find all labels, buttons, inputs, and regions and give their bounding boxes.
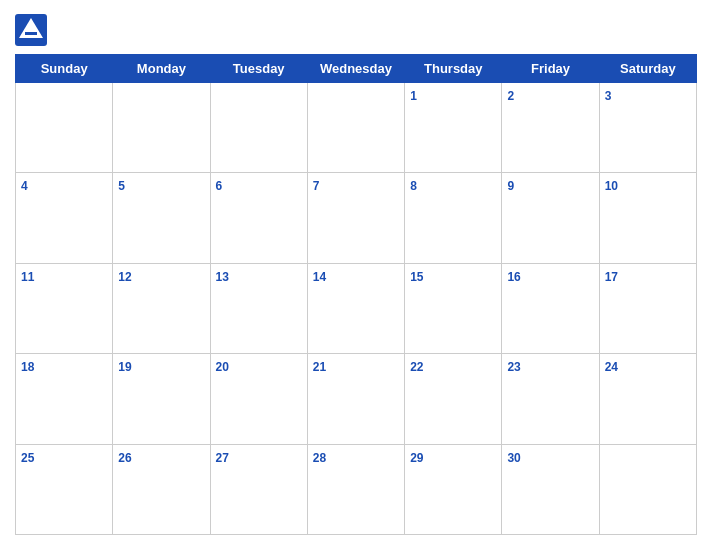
calendar-cell bbox=[16, 83, 113, 173]
calendar-cell: 24 bbox=[599, 354, 696, 444]
day-number: 24 bbox=[605, 360, 618, 374]
calendar-cell: 3 bbox=[599, 83, 696, 173]
day-number: 20 bbox=[216, 360, 229, 374]
day-number: 1 bbox=[410, 89, 417, 103]
day-number: 2 bbox=[507, 89, 514, 103]
day-number: 29 bbox=[410, 451, 423, 465]
day-number: 21 bbox=[313, 360, 326, 374]
day-header-thursday: Thursday bbox=[405, 55, 502, 83]
day-number: 22 bbox=[410, 360, 423, 374]
day-number: 4 bbox=[21, 179, 28, 193]
day-number: 12 bbox=[118, 270, 131, 284]
week-row-2: 45678910 bbox=[16, 173, 697, 263]
day-header-wednesday: Wednesday bbox=[307, 55, 404, 83]
calendar-cell: 4 bbox=[16, 173, 113, 263]
day-number: 15 bbox=[410, 270, 423, 284]
calendar-cell: 28 bbox=[307, 444, 404, 534]
calendar-cell: 8 bbox=[405, 173, 502, 263]
calendar-cell: 19 bbox=[113, 354, 210, 444]
logo-icon bbox=[15, 14, 47, 46]
calendar-cell: 22 bbox=[405, 354, 502, 444]
day-number: 10 bbox=[605, 179, 618, 193]
day-number: 9 bbox=[507, 179, 514, 193]
day-number: 25 bbox=[21, 451, 34, 465]
day-number: 23 bbox=[507, 360, 520, 374]
day-number: 28 bbox=[313, 451, 326, 465]
day-number: 7 bbox=[313, 179, 320, 193]
week-row-4: 18192021222324 bbox=[16, 354, 697, 444]
day-header-saturday: Saturday bbox=[599, 55, 696, 83]
day-number: 14 bbox=[313, 270, 326, 284]
day-number: 16 bbox=[507, 270, 520, 284]
calendar-cell: 18 bbox=[16, 354, 113, 444]
calendar-cell bbox=[113, 83, 210, 173]
day-number: 6 bbox=[216, 179, 223, 193]
day-number: 11 bbox=[21, 270, 34, 284]
day-number: 8 bbox=[410, 179, 417, 193]
calendar-cell: 2 bbox=[502, 83, 599, 173]
calendar-cell: 29 bbox=[405, 444, 502, 534]
day-number: 30 bbox=[507, 451, 520, 465]
calendar-cell: 16 bbox=[502, 263, 599, 353]
day-number: 19 bbox=[118, 360, 131, 374]
svg-rect-2 bbox=[25, 32, 37, 35]
calendar-cell: 11 bbox=[16, 263, 113, 353]
day-number: 26 bbox=[118, 451, 131, 465]
day-number: 18 bbox=[21, 360, 34, 374]
calendar-table: SundayMondayTuesdayWednesdayThursdayFrid… bbox=[15, 54, 697, 535]
calendar-cell: 25 bbox=[16, 444, 113, 534]
day-number: 27 bbox=[216, 451, 229, 465]
calendar-cell: 20 bbox=[210, 354, 307, 444]
day-header-friday: Friday bbox=[502, 55, 599, 83]
day-header-sunday: Sunday bbox=[16, 55, 113, 83]
calendar-cell bbox=[599, 444, 696, 534]
calendar-cell: 1 bbox=[405, 83, 502, 173]
day-number: 13 bbox=[216, 270, 229, 284]
calendar-cell: 10 bbox=[599, 173, 696, 263]
calendar-cell bbox=[307, 83, 404, 173]
calendar-cell: 30 bbox=[502, 444, 599, 534]
calendar-cell: 7 bbox=[307, 173, 404, 263]
calendar-cell: 12 bbox=[113, 263, 210, 353]
calendar-cell: 15 bbox=[405, 263, 502, 353]
calendar-cell: 5 bbox=[113, 173, 210, 263]
calendar-cell: 9 bbox=[502, 173, 599, 263]
day-number: 17 bbox=[605, 270, 618, 284]
day-number: 3 bbox=[605, 89, 612, 103]
calendar-header bbox=[15, 10, 697, 50]
day-number: 5 bbox=[118, 179, 125, 193]
logo bbox=[15, 14, 51, 46]
calendar-cell: 27 bbox=[210, 444, 307, 534]
day-header-tuesday: Tuesday bbox=[210, 55, 307, 83]
day-header-row: SundayMondayTuesdayWednesdayThursdayFrid… bbox=[16, 55, 697, 83]
week-row-5: 252627282930 bbox=[16, 444, 697, 534]
calendar-cell: 14 bbox=[307, 263, 404, 353]
week-row-1: 123 bbox=[16, 83, 697, 173]
calendar-cell: 23 bbox=[502, 354, 599, 444]
calendar-cell bbox=[210, 83, 307, 173]
calendar-cell: 13 bbox=[210, 263, 307, 353]
week-row-3: 11121314151617 bbox=[16, 263, 697, 353]
calendar-cell: 6 bbox=[210, 173, 307, 263]
calendar-cell: 21 bbox=[307, 354, 404, 444]
calendar-cell: 26 bbox=[113, 444, 210, 534]
calendar-cell: 17 bbox=[599, 263, 696, 353]
day-header-monday: Monday bbox=[113, 55, 210, 83]
